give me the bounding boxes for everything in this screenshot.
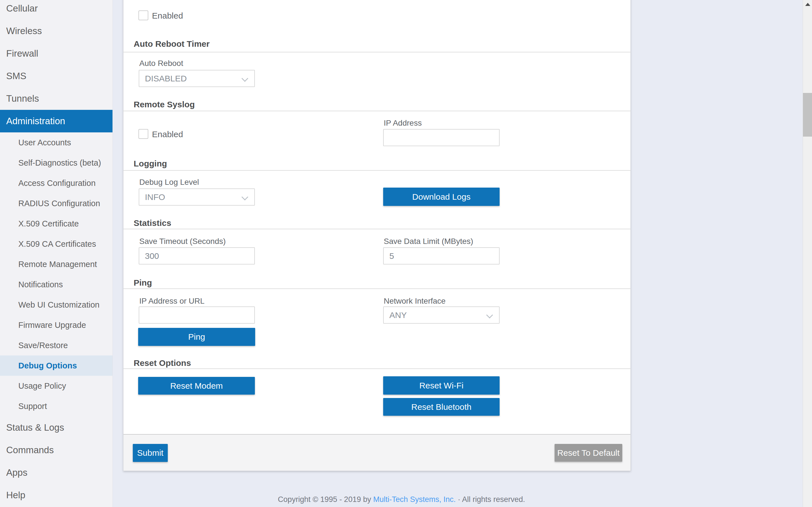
statistics-title: Statistics — [134, 218, 171, 228]
scroll-up-arrow-icon[interactable] — [805, 3, 810, 6]
divider — [123, 288, 630, 289]
auto-reboot-select[interactable]: DISABLED — [139, 70, 255, 87]
auto-reboot-selected-value: DISABLED — [145, 74, 187, 83]
debug-log-level-label: Debug Log Level — [139, 178, 199, 187]
sidebar-item-help[interactable]: Help — [0, 484, 112, 506]
debug-options-form: Enabled Auto Reboot Timer Auto Reboot DI… — [123, 0, 631, 434]
auto-reboot-timer-title: Auto Reboot Timer — [134, 39, 209, 49]
sidebar-item-save-restore[interactable]: Save/Restore — [0, 335, 112, 355]
scrollbar-thumb[interactable] — [803, 93, 812, 136]
rights-text: · All rights reserved. — [456, 495, 525, 504]
debug-log-level-selected-value: INFO — [145, 192, 165, 202]
syslog-ip-address-label: IP Address — [384, 119, 422, 128]
sidebar: Cellular Wireless Firewall SMS Tunnels A… — [0, 0, 113, 507]
divider — [123, 229, 630, 229]
divider — [123, 111, 630, 111]
syslog-enabled-checkbox[interactable] — [139, 129, 148, 139]
chevron-down-icon — [487, 312, 492, 317]
ping-button[interactable]: Ping — [138, 328, 255, 346]
save-data-limit-input[interactable] — [383, 247, 500, 265]
logging-title: Logging — [134, 159, 167, 168]
network-interface-selected-value: ANY — [389, 311, 407, 320]
reset-to-default-button[interactable]: Reset To Default — [555, 444, 622, 462]
reset-options-title: Reset Options — [134, 358, 191, 368]
network-interface-label: Network Interface — [384, 297, 446, 305]
chevron-down-icon — [243, 75, 248, 80]
top-enabled-checkbox[interactable] — [139, 10, 148, 20]
save-timeout-input[interactable] — [139, 247, 255, 265]
sidebar-item-self-diagnostics[interactable]: Self-Diagnostics (beta) — [0, 153, 112, 173]
form-actions-bar: Submit Reset To Default — [123, 434, 631, 471]
sidebar-item-tunnels[interactable]: Tunnels — [0, 87, 112, 110]
multitech-link[interactable]: Multi-Tech Systems, Inc. — [373, 495, 456, 504]
divider — [123, 369, 630, 369]
sidebar-item-firewall[interactable]: Firewall — [0, 42, 112, 65]
sidebar-item-cellular[interactable]: Cellular — [0, 0, 112, 20]
sidebar-item-access-configuration[interactable]: Access Configuration — [0, 173, 112, 193]
divider — [123, 170, 630, 171]
sidebar-item-usage-policy[interactable]: Usage Policy — [0, 376, 112, 396]
network-interface-select[interactable]: ANY — [383, 306, 500, 324]
sidebar-nav: Cellular Wireless Firewall SMS Tunnels A… — [0, 0, 112, 506]
debug-log-level-select[interactable]: INFO — [139, 188, 255, 206]
sidebar-item-web-ui-customization[interactable]: Web UI Customization — [0, 295, 112, 315]
auto-reboot-label: Auto Reboot — [139, 59, 183, 68]
submit-button[interactable]: Submit — [133, 444, 168, 462]
reset-wifi-button[interactable]: Reset Wi-Fi — [383, 376, 500, 395]
sidebar-item-support[interactable]: Support — [0, 396, 112, 416]
ping-ip-or-url-label: IP Address or URL — [139, 297, 204, 305]
top-enabled-label: Enabled — [152, 11, 183, 20]
sidebar-item-apps[interactable]: Apps — [0, 461, 112, 484]
sidebar-item-remote-management[interactable]: Remote Management — [0, 254, 112, 274]
reset-bluetooth-button[interactable]: Reset Bluetooth — [383, 398, 500, 416]
download-logs-button[interactable]: Download Logs — [383, 187, 500, 206]
save-timeout-label: Save Timeout (Seconds) — [139, 237, 226, 246]
debug-options-panel: Enabled Auto Reboot Timer Auto Reboot DI… — [123, 0, 631, 471]
sidebar-item-commands[interactable]: Commands — [0, 439, 112, 461]
save-data-limit-label: Save Data Limit (MBytes) — [384, 237, 473, 246]
reset-modem-button[interactable]: Reset Modem — [138, 377, 255, 395]
sidebar-item-user-accounts[interactable]: User Accounts — [0, 132, 112, 153]
remote-syslog-title: Remote Syslog — [134, 100, 195, 109]
sidebar-item-firmware-upgrade[interactable]: Firmware Upgrade — [0, 315, 112, 335]
sidebar-item-wireless[interactable]: Wireless — [0, 20, 112, 42]
footer: Copyright © 1995 - 2019 by Multi-Tech Sy… — [0, 495, 803, 504]
syslog-ip-address-input[interactable] — [383, 129, 500, 146]
divider — [123, 52, 630, 52]
chevron-down-icon — [243, 193, 248, 199]
vertical-scrollbar[interactable] — [803, 0, 812, 507]
sidebar-item-status-logs[interactable]: Status & Logs — [0, 416, 112, 439]
sidebar-item-x509-ca-certificates[interactable]: X.509 CA Certificates — [0, 234, 112, 254]
sidebar-item-radius-configuration[interactable]: RADIUS Configuration — [0, 193, 112, 214]
sidebar-item-sms[interactable]: SMS — [0, 65, 112, 87]
copyright-text: Copyright © 1995 - 2019 by — [278, 495, 373, 504]
sidebar-item-x509-certificate[interactable]: X.509 Certificate — [0, 214, 112, 234]
sidebar-item-notifications[interactable]: Notifications — [0, 274, 112, 295]
syslog-enabled-label: Enabled — [152, 129, 183, 139]
sidebar-item-administration[interactable]: Administration — [0, 110, 112, 132]
ping-ip-or-url-input[interactable] — [139, 306, 255, 324]
sidebar-item-debug-options[interactable]: Debug Options — [0, 355, 112, 376]
ping-title: Ping — [134, 278, 152, 288]
